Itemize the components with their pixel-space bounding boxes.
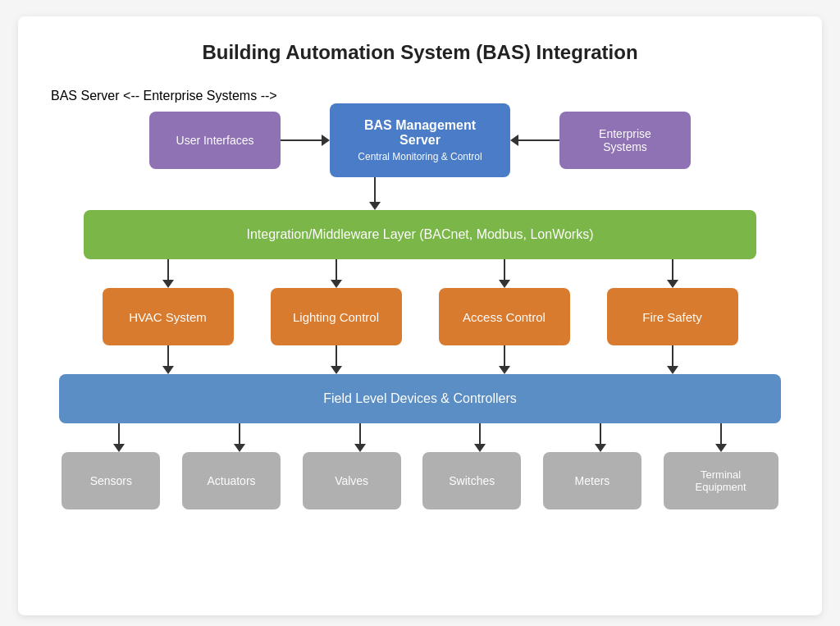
- row5-devices: Sensors Actuators Valves Switches Meters…: [51, 452, 789, 509]
- main-title: Building Automation System (BAS) Integra…: [51, 41, 789, 64]
- diagram-container: Building Automation System (BAS) Integra…: [18, 16, 822, 615]
- actuators-box: Actuators: [182, 452, 281, 509]
- meters-box: Meters: [543, 452, 641, 509]
- access-box: Access Control: [439, 288, 570, 345]
- lighting-box: Lighting Control: [271, 288, 402, 345]
- fire-box: Fire Safety: [607, 288, 738, 345]
- arrow-enterprise-to-bas: [510, 135, 559, 146]
- arrows-systems-to-field: [84, 345, 756, 374]
- arrows-field-to-devices: [59, 423, 781, 452]
- sensors-box: Sensors: [62, 452, 160, 509]
- enterprise-systems-box: Enterprise Systems: [559, 112, 691, 169]
- bas-server-box: BAS Management Server Central Monitoring…: [330, 103, 510, 177]
- arrow-bas-to-middleware: [369, 177, 381, 210]
- row1: User Interfaces BAS Management Server Ce…: [149, 103, 691, 177]
- user-interfaces-box: User Interfaces: [149, 112, 281, 169]
- hvac-box: HVAC System: [103, 288, 234, 345]
- valves-box: Valves: [303, 452, 401, 509]
- field-devices-box: Field Level Devices & Controllers: [59, 374, 781, 423]
- arrows-middleware-to-systems: [84, 259, 756, 288]
- switches-box: Switches: [422, 452, 521, 509]
- middleware-box: Integration/Middleware Layer (BACnet, Mo…: [84, 210, 756, 259]
- row3-systems: HVAC System Lighting Control Access Cont…: [84, 288, 756, 345]
- terminal-box: Terminal Equipment: [664, 452, 778, 509]
- arrow-ui-to-bas: [281, 135, 330, 146]
